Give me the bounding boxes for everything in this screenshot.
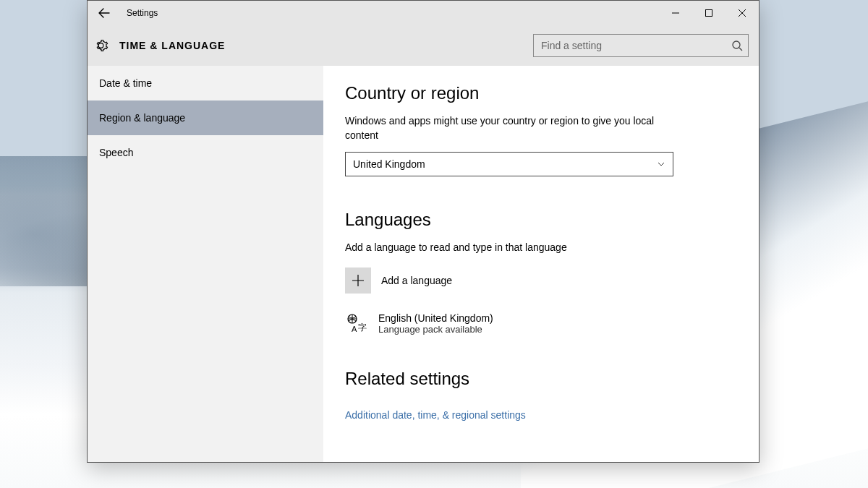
region-heading: Country or region: [345, 83, 759, 103]
maximize-button[interactable]: [692, 1, 726, 25]
sidebar-item-date-time[interactable]: Date & time: [88, 66, 323, 100]
settings-window: Settings TIME & LANGUAGE: [87, 0, 760, 463]
minimize-icon: [672, 9, 679, 17]
related-settings-link[interactable]: Additional date, time, & regional settin…: [345, 409, 526, 421]
sidebar-item-label: Region & language: [99, 112, 185, 124]
back-button[interactable]: [88, 1, 121, 25]
page-title: TIME & LANGUAGE: [119, 40, 225, 51]
close-icon: [739, 9, 746, 17]
close-button[interactable]: [726, 1, 759, 25]
sidebar-item-label: Speech: [99, 147, 133, 158]
region-dropdown[interactable]: United Kingdom: [345, 152, 673, 176]
search-container: [533, 34, 749, 57]
svg-text:字: 字: [358, 322, 367, 333]
window-title: Settings: [127, 8, 158, 18]
svg-point-1: [733, 41, 740, 48]
region-selected-value: United Kingdom: [353, 158, 425, 170]
back-arrow-icon: [98, 7, 110, 19]
sidebar-item-region-language[interactable]: Region & language: [88, 100, 323, 135]
languages-heading: Languages: [345, 210, 759, 230]
gear-icon: [95, 38, 111, 53]
plus-icon: [345, 267, 371, 294]
body: Date & time Region & language Speech Cou…: [88, 66, 759, 462]
window-controls: [659, 1, 759, 25]
add-language-button[interactable]: Add a language: [345, 267, 759, 294]
content-pane: Country or region Windows and apps might…: [323, 66, 759, 462]
search-icon: [731, 40, 743, 51]
language-status: Language pack available: [378, 324, 493, 335]
sidebar: Date & time Region & language Speech: [88, 66, 323, 462]
minimize-button[interactable]: [659, 1, 692, 25]
maximize-icon: [705, 9, 712, 17]
language-icon: A 字: [345, 312, 368, 335]
language-name: English (United Kingdom): [378, 312, 493, 324]
search-input[interactable]: [533, 34, 749, 57]
sidebar-item-label: Date & time: [99, 77, 152, 89]
related-heading: Related settings: [345, 369, 759, 389]
svg-text:A: A: [352, 325, 357, 333]
languages-description: Add a language to read and type in that …: [345, 240, 678, 254]
add-language-label: Add a language: [381, 275, 452, 286]
chevron-down-icon: [657, 160, 665, 168]
titlebar: Settings: [88, 1, 759, 25]
svg-rect-0: [706, 9, 712, 16]
header-bar: TIME & LANGUAGE: [88, 25, 759, 66]
language-item[interactable]: A 字 English (United Kingdom) Language pa…: [345, 312, 759, 335]
region-description: Windows and apps might use your country …: [345, 114, 678, 143]
sidebar-item-speech[interactable]: Speech: [88, 135, 323, 170]
